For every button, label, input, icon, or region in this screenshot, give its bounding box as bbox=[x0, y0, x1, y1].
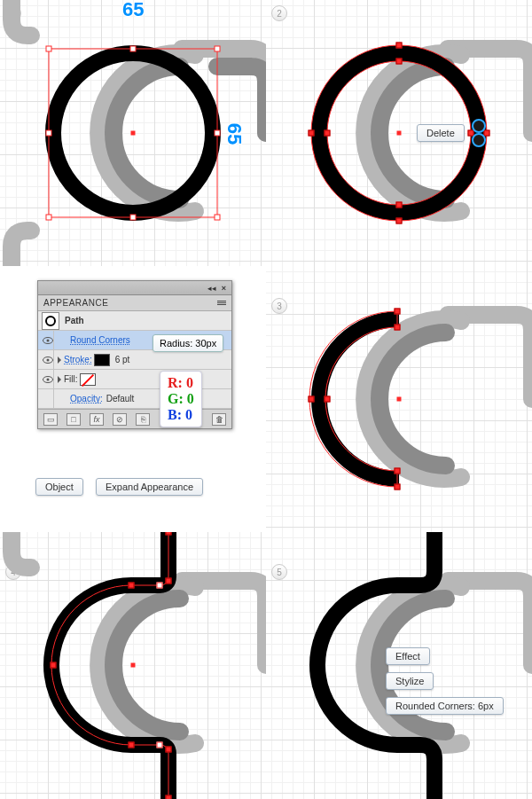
anchor-point[interactable] bbox=[309, 130, 315, 137]
clear-icon[interactable]: ⊘ bbox=[113, 413, 127, 426]
svg-rect-9 bbox=[215, 130, 220, 136]
visibility-eye-icon[interactable] bbox=[42, 370, 54, 389]
rgb-g: G: 0 bbox=[168, 391, 194, 407]
step-3-canvas[interactable]: 3 bbox=[266, 266, 532, 532]
step-4-canvas[interactable]: 4 bbox=[0, 532, 266, 799]
fill-swatch-none[interactable] bbox=[80, 373, 96, 386]
fx-icon[interactable]: fx bbox=[90, 413, 104, 426]
anchor-point[interactable] bbox=[395, 325, 401, 331]
panel-title-text: APPEARANCE bbox=[43, 298, 108, 308]
anchor-point[interactable] bbox=[395, 309, 401, 315]
new-fill-icon[interactable]: □ bbox=[66, 413, 81, 426]
stroke-label[interactable]: Stroke: bbox=[64, 355, 92, 364]
anchor-point[interactable] bbox=[157, 583, 163, 589]
anchor-point[interactable] bbox=[157, 742, 163, 748]
trash-icon[interactable]: 🗑 bbox=[212, 413, 226, 426]
disclosure-triangle-icon[interactable] bbox=[58, 376, 61, 383]
transform-center bbox=[131, 663, 136, 668]
fx-text: fx bbox=[93, 415, 99, 424]
visibility-eye-icon[interactable] bbox=[42, 350, 54, 370]
svg-rect-5 bbox=[215, 215, 220, 220]
path-label: Path bbox=[65, 316, 84, 325]
panel-title: APPEARANCE bbox=[38, 295, 231, 311]
selected-anchor-highlight bbox=[472, 119, 486, 133]
new-art-icon[interactable]: ▭ bbox=[43, 413, 58, 426]
anchor-point[interactable] bbox=[129, 742, 135, 748]
svg-rect-2 bbox=[46, 46, 51, 51]
rgb-b: B: 0 bbox=[168, 407, 194, 423]
anchor-point[interactable] bbox=[325, 396, 331, 403]
svg-rect-4 bbox=[46, 215, 51, 220]
svg-rect-6 bbox=[130, 46, 136, 51]
svg-rect-3 bbox=[215, 46, 220, 51]
svg-rect-8 bbox=[46, 130, 51, 136]
svg-rect-7 bbox=[130, 215, 136, 220]
selected-anchor-highlight bbox=[472, 133, 486, 147]
fill-label: Fill: bbox=[64, 374, 78, 384]
dimension-height-label: 65 bbox=[223, 123, 246, 145]
svg-point-16 bbox=[46, 339, 49, 341]
anchor-point[interactable] bbox=[51, 662, 57, 669]
collapse-arrows-icon: ◂◂ bbox=[207, 284, 216, 293]
step-5-canvas[interactable]: 5 Effect Stylize Rounded Corners: 6px bbox=[266, 532, 532, 799]
anchor-point[interactable] bbox=[325, 130, 331, 137]
appearance-fill-row[interactable]: Fill: bbox=[38, 370, 231, 389]
transform-center bbox=[131, 131, 136, 136]
anchor-point[interactable] bbox=[396, 202, 403, 208]
anchor-point[interactable] bbox=[166, 747, 172, 753]
appearance-path-row[interactable]: Path bbox=[38, 311, 231, 331]
appearance-footer: ▭ □ fx ⊘ ⎘ 🗑 bbox=[38, 409, 231, 428]
svg-point-18 bbox=[46, 358, 49, 361]
stroke-swatch[interactable] bbox=[94, 354, 110, 366]
anchor-point[interactable] bbox=[166, 532, 172, 536]
rgb-r: R: 0 bbox=[168, 375, 194, 391]
appearance-stroke-row[interactable]: Stroke: 6 pt bbox=[38, 350, 231, 370]
appearance-panel[interactable]: ◂◂ × APPEARANCE Path Round Corners Strok… bbox=[37, 280, 232, 429]
round-corners-link[interactable]: Round Corners bbox=[70, 335, 130, 345]
anchor-point[interactable] bbox=[396, 43, 403, 49]
panel-collapse-bar[interactable]: ◂◂ × bbox=[38, 281, 231, 295]
anchor-point[interactable] bbox=[396, 59, 403, 65]
anchor-point[interactable] bbox=[166, 578, 172, 584]
radius-callout: Radius: 30px bbox=[153, 334, 223, 352]
step-1-canvas[interactable]: 1 65 65 bbox=[0, 0, 266, 266]
appearance-opacity-row[interactable]: Opacity: Default bbox=[38, 389, 231, 409]
dimension-width-label: 65 bbox=[122, 0, 144, 21]
visibility-eye-icon[interactable] bbox=[42, 331, 54, 350]
opacity-value: Default bbox=[106, 394, 135, 403]
step-2-canvas[interactable]: 2 Delete bbox=[266, 0, 532, 266]
anchor-point[interactable] bbox=[396, 218, 403, 224]
panel-menu-icon[interactable] bbox=[217, 301, 226, 305]
delete-button[interactable]: Delete bbox=[417, 124, 465, 142]
transform-center bbox=[397, 397, 402, 402]
anchor-point[interactable] bbox=[129, 583, 135, 589]
svg-point-20 bbox=[46, 378, 49, 380]
duplicate-icon[interactable]: ⎘ bbox=[136, 413, 150, 426]
opacity-label[interactable]: Opacity: bbox=[70, 394, 103, 403]
menu-effect[interactable]: Effect bbox=[386, 647, 430, 665]
menu-stylize[interactable]: Stylize bbox=[386, 672, 434, 690]
rgb-callout: R: 0 G: 0 B: 0 bbox=[160, 371, 202, 427]
anchor-point[interactable] bbox=[166, 795, 172, 800]
anchor-point[interactable] bbox=[395, 484, 401, 490]
path-thumb-icon bbox=[42, 312, 59, 330]
menu-rounded-corners[interactable]: Rounded Corners: 6px bbox=[386, 697, 504, 715]
anchor-point[interactable] bbox=[395, 468, 401, 474]
stroke-weight-value: 6 pt bbox=[115, 355, 130, 364]
menu-expand-appearance[interactable]: Expand Appearance bbox=[96, 478, 203, 496]
close-x-icon[interactable]: × bbox=[222, 284, 226, 293]
visibility-eye-icon[interactable] bbox=[42, 389, 54, 409]
menu-object[interactable]: Object bbox=[35, 478, 83, 496]
anchor-point[interactable] bbox=[309, 396, 315, 403]
transform-center bbox=[397, 131, 402, 136]
disclosure-triangle-icon[interactable] bbox=[58, 356, 61, 364]
